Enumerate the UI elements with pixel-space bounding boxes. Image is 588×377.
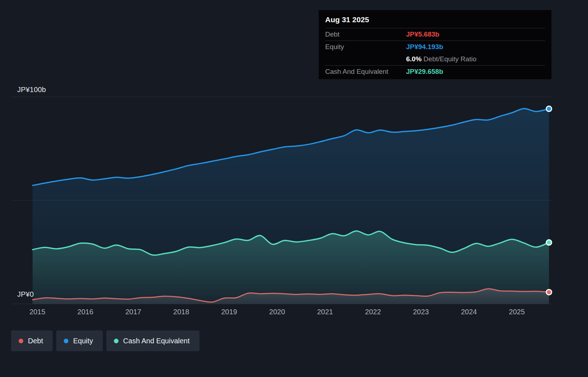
- x-tick-2019: 2019: [221, 308, 237, 316]
- cash-and-equivalent-end-marker[interactable]: [546, 240, 552, 245]
- x-tick-2018: 2018: [173, 308, 189, 316]
- debt-end-marker[interactable]: [546, 290, 552, 295]
- x-tick-2020: 2020: [269, 308, 285, 316]
- legend-dot-icon: [64, 339, 68, 343]
- tooltip-debt-value: JP¥5.683b: [406, 30, 545, 38]
- x-tick-2025: 2025: [509, 308, 525, 316]
- x-tick-2016: 2016: [77, 308, 93, 316]
- legend-dot-icon: [19, 339, 23, 343]
- legend-dot-icon: [114, 339, 119, 343]
- tooltip-date: Aug 31 2025: [325, 11, 545, 28]
- tooltip-row-equity: Equity JP¥94.193b: [325, 41, 545, 53]
- y-axis-label-zero: JP¥0: [17, 290, 34, 299]
- x-tick-2017: 2017: [125, 308, 141, 316]
- x-tick-2023: 2023: [413, 308, 429, 316]
- legend-label: Equity: [73, 337, 93, 345]
- tooltip-ratio: 6.0% Debt/Equity Ratio: [406, 55, 545, 63]
- tooltip-row-cash: Cash And Equivalent JP¥29.658b: [325, 66, 545, 78]
- equity-end-marker[interactable]: [546, 106, 552, 111]
- legend-item-equity[interactable]: Equity: [56, 330, 103, 351]
- x-tick-2024: 2024: [461, 308, 477, 316]
- x-axis: 2015201620172018201920202021202220232024…: [0, 308, 588, 319]
- chart-tooltip: Aug 31 2025 Debt JP¥5.683b Equity JP¥94.…: [319, 10, 551, 79]
- x-tick-2021: 2021: [317, 308, 333, 316]
- y-axis-label-top: JP¥100b: [17, 86, 46, 94]
- legend-label: Debt: [28, 337, 43, 345]
- tooltip-equity-label: Equity: [325, 43, 406, 51]
- tooltip-row-debt: Debt JP¥5.683b: [325, 28, 545, 41]
- tooltip-ratio-value: 6.0%: [406, 55, 421, 63]
- tooltip-equity-value: JP¥94.193b: [406, 43, 545, 51]
- legend-item-debt[interactable]: Debt: [11, 330, 53, 351]
- x-tick-2015: 2015: [29, 308, 45, 316]
- tooltip-cash-label: Cash And Equivalent: [325, 68, 406, 76]
- legend-label: Cash And Equivalent: [123, 337, 190, 345]
- legend: DebtEquityCash And Equivalent: [11, 330, 199, 351]
- tooltip-ratio-label: Debt/Equity Ratio: [424, 55, 477, 63]
- tooltip-cash-value: JP¥29.658b: [406, 68, 545, 76]
- legend-item-cash-and-equivalent[interactable]: Cash And Equivalent: [106, 330, 199, 351]
- tooltip-row-ratio: 6.0% Debt/Equity Ratio: [325, 53, 545, 66]
- tooltip-debt-label: Debt: [325, 30, 406, 38]
- x-tick-2022: 2022: [365, 308, 381, 316]
